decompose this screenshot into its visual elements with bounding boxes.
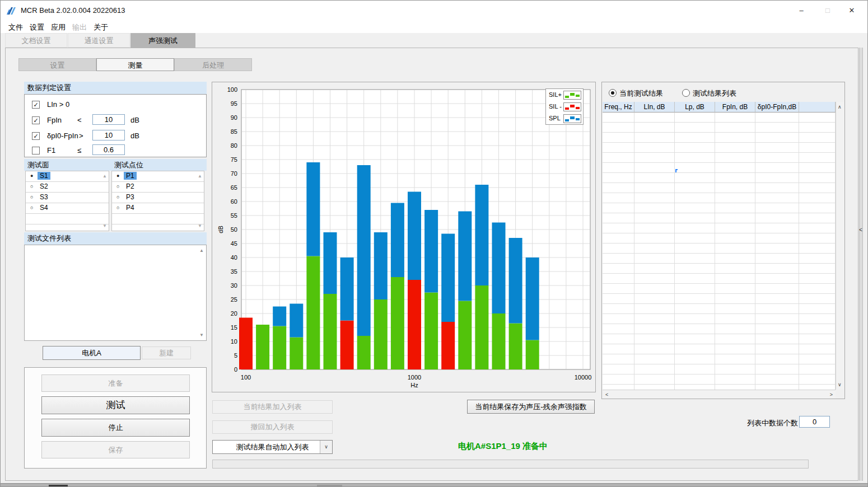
collapse-panel-icon[interactable]: < <box>859 227 862 233</box>
condition-checkbox-dpi0[interactable]: ✓ <box>32 132 40 140</box>
close-button[interactable]: ✕ <box>843 4 861 17</box>
prepare-button[interactable]: 准备 <box>41 374 190 392</box>
radio-current-result-label[interactable]: 当前测试结果 <box>619 88 663 99</box>
chart-bar-segment <box>492 223 506 314</box>
surface-list-header: 测试面 <box>27 161 49 169</box>
chevron-down-icon[interactable]: ∨ <box>320 441 332 453</box>
table-row <box>603 123 836 133</box>
condition-operator: < <box>77 116 82 124</box>
maximize-button[interactable]: □ <box>819 4 837 17</box>
tab-document-settings[interactable]: 文档设置 <box>5 33 67 48</box>
test-file-list[interactable]: ▲ ▼ <box>24 245 207 341</box>
table-row <box>603 364 836 374</box>
save-button[interactable]: 保存 <box>41 441 190 458</box>
table-row <box>603 374 836 385</box>
menu-output[interactable]: 输出 <box>72 22 87 32</box>
scroll-right-icon[interactable]: > <box>830 392 833 397</box>
table-row <box>603 244 836 254</box>
scroll-down-icon[interactable]: ▼ <box>198 223 202 228</box>
condition-value-input[interactable]: 0.6 <box>92 144 125 155</box>
stray-cursor-artifact <box>675 169 678 172</box>
list-item <box>112 224 204 231</box>
results-table-header: Freq., Hz LIn, dB Lp, dB FpIn, dB δpI0-F… <box>603 102 836 113</box>
menu-about[interactable]: 关于 <box>94 22 108 32</box>
list-item: ●S1 <box>26 171 109 182</box>
radio-result-list[interactable] <box>682 89 690 97</box>
horizontal-scrollbar[interactable]: < > <box>603 390 836 399</box>
subtab-measure[interactable]: 测量 <box>96 58 174 71</box>
auto-add-dropdown[interactable]: 测试结果自动加入列表 ∨ <box>212 440 333 454</box>
radio-bullet: ○ <box>116 205 119 210</box>
condition-value-input[interactable]: 10 <box>92 130 125 141</box>
surface-list[interactable]: ●S1 ○S2 ○S3 ○S4 ▲ ▼ <box>25 171 109 231</box>
auto-add-dropdown-value: 测试结果自动加入列表 <box>236 443 309 451</box>
stop-button[interactable]: 停止 <box>41 419 190 437</box>
legend-swatch-sil-minus <box>563 102 581 111</box>
menu-settings[interactable]: 设置 <box>30 22 44 32</box>
table-row <box>603 163 836 173</box>
menu-file[interactable]: 文件 <box>8 22 23 32</box>
count-label: 列表中数据个数 <box>747 418 798 428</box>
radio-bullet: ○ <box>116 184 119 189</box>
scroll-up-icon[interactable]: ▲ <box>102 174 107 179</box>
point-list[interactable]: ●P1 ○P2 ○P3 ○P4 ▲ ▼ <box>111 171 204 231</box>
svg-text:75: 75 <box>231 156 237 163</box>
chart-bar-segment <box>239 318 253 370</box>
legend-item: SIL - <box>546 101 583 113</box>
scroll-left-icon[interactable]: < <box>605 392 608 397</box>
condition-unit: dB <box>130 132 139 140</box>
svg-text:10000: 10000 <box>575 374 592 381</box>
radio-bullet: ○ <box>30 205 33 210</box>
scroll-down-icon[interactable]: ▼ <box>199 333 204 338</box>
background-artifact <box>317 485 342 486</box>
tab-sound-intensity-test[interactable]: 声强测试 <box>130 33 195 48</box>
svg-text:1000: 1000 <box>408 374 421 381</box>
table-row <box>603 304 836 314</box>
count-input[interactable]: 0 <box>799 416 830 428</box>
side-splitter[interactable]: < <box>859 48 863 481</box>
chart-bar-segment <box>424 210 438 293</box>
new-button[interactable]: 新建 <box>142 346 191 359</box>
results-table-body[interactable] <box>603 113 836 390</box>
scroll-up-icon[interactable]: ∧ <box>838 104 842 110</box>
radio-current-result[interactable] <box>609 89 617 97</box>
test-button[interactable]: 测试 <box>41 396 190 414</box>
chart-bar-segment <box>475 185 488 285</box>
motor-a-tab[interactable]: 电机A <box>43 346 141 360</box>
minimize-button[interactable]: – <box>792 4 810 17</box>
undo-add-to-list-button[interactable]: 撤回加入列表 <box>212 420 333 434</box>
condition-checkbox-fpin[interactable]: ✓ <box>32 116 40 124</box>
scroll-up-icon[interactable]: ▲ <box>198 174 202 179</box>
column-header-lin: LIn, dB <box>634 102 675 113</box>
svg-text:90: 90 <box>231 114 237 121</box>
table-row <box>603 183 836 193</box>
radio-bullet: ● <box>30 173 33 179</box>
chart-bar-segment <box>357 165 371 336</box>
save-as-pressure-residual-button[interactable]: 当前结果保存为声压-残余声强指数 <box>467 400 595 414</box>
vertical-scrollbar[interactable]: ∧ ∨ <box>836 102 844 390</box>
file-list-header: 测试文件列表 <box>24 232 207 245</box>
scroll-down-icon[interactable]: ▼ <box>102 223 107 228</box>
scroll-up-icon[interactable]: ▲ <box>199 248 204 253</box>
svg-text:100: 100 <box>241 374 251 381</box>
radio-result-list-label[interactable]: 测试结果列表 <box>693 88 736 99</box>
window-title: MCR Beta 2.02.0.004 20220613 <box>21 6 125 15</box>
chart-bar-segment <box>340 257 354 321</box>
table-row <box>603 173 836 183</box>
condition-checkbox-f1[interactable] <box>32 147 40 154</box>
condition-value-input[interactable]: 10 <box>92 114 125 125</box>
column-header-fpin: FpIn, dB <box>715 102 755 113</box>
condition-unit: dB <box>130 116 139 124</box>
point-list-header: 测试点位 <box>114 159 143 171</box>
add-result-to-list-button[interactable]: 当前结果加入列表 <box>212 400 333 414</box>
subtab-setup[interactable]: 设置 <box>18 58 96 71</box>
subtab-postprocess[interactable]: 后处理 <box>174 58 252 71</box>
menu-apply[interactable]: 应用 <box>51 22 66 32</box>
chart-bar-segment <box>408 280 421 369</box>
column-header-lp: Lp, dB <box>675 102 715 113</box>
condition-checkbox-lin[interactable]: ✓ <box>32 101 40 109</box>
scroll-down-icon[interactable]: ∨ <box>838 382 842 387</box>
chart-bar-segment <box>357 336 371 369</box>
chart-bar-segment <box>441 322 455 369</box>
tab-channel-settings[interactable]: 通道设置 <box>68 33 130 48</box>
